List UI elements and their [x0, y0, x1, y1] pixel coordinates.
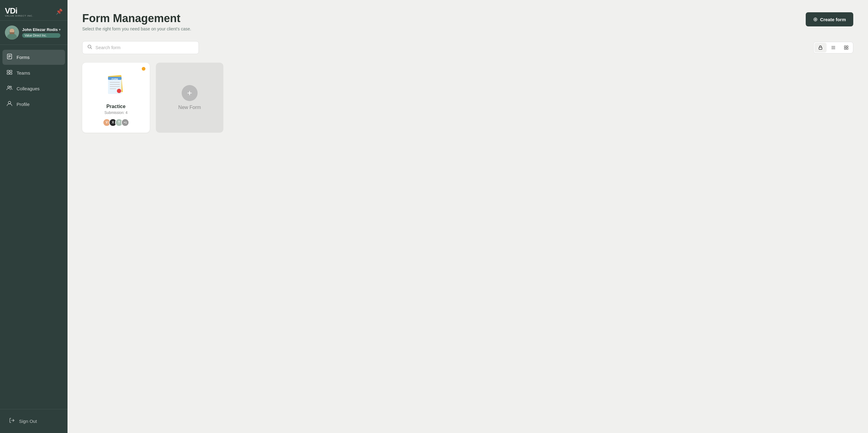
sidebar-item-label-profile: Profile — [17, 102, 30, 107]
avatar — [5, 26, 19, 39]
form-icon-wrapper: FORM — [105, 73, 127, 99]
create-form-button[interactable]: ⊕ Create form — [806, 12, 853, 26]
form-card-title: Practice — [106, 104, 125, 109]
svg-rect-18 — [819, 47, 822, 50]
search-icon — [88, 45, 92, 51]
sidebar-item-label-teams: Teams — [17, 70, 30, 76]
svg-text:FORM: FORM — [112, 78, 118, 80]
svg-rect-25 — [846, 48, 848, 50]
profile-icon — [6, 100, 13, 108]
svg-rect-24 — [844, 48, 846, 50]
svg-rect-23 — [846, 46, 848, 47]
sidebar-item-forms[interactable]: Forms — [2, 50, 65, 65]
sidebar-item-colleagues[interactable]: Colleagues — [2, 81, 65, 96]
colleagues-icon — [6, 85, 13, 92]
nav-section: Forms Teams Coll — [0, 45, 67, 409]
page-title-block: Form Management Select the right form yo… — [82, 12, 191, 31]
sidebar-item-label-forms: Forms — [17, 55, 30, 60]
search-input[interactable] — [95, 45, 194, 50]
view-toggle-lock[interactable] — [814, 43, 827, 53]
view-toggle-grid[interactable] — [840, 43, 852, 53]
sidebar-item-label-colleagues: Colleagues — [17, 86, 39, 91]
sidebar-item-profile[interactable]: Profile — [2, 97, 65, 112]
search-wrapper[interactable] — [82, 41, 199, 54]
sidebar-logo-area: VDi VALUE DIRECT INC. 📌 — [0, 0, 67, 21]
signout-label: Sign Out — [19, 418, 37, 424]
avatar-plus1: +1 — [121, 119, 129, 126]
svg-point-14 — [10, 86, 12, 88]
user-name: John Eliezar Rodis ▾ — [22, 27, 60, 32]
chevron-down-icon: ▾ — [59, 28, 60, 31]
svg-point-13 — [8, 86, 9, 88]
page-subtitle: Select the right form you need base on y… — [82, 26, 191, 31]
logo-sub: VALUE DIRECT INC. — [5, 15, 33, 17]
form-card-submission: Submission: 4 — [104, 111, 127, 115]
teams-icon — [6, 69, 13, 77]
svg-rect-11 — [7, 73, 9, 74]
cards-grid: FORM Practice Submission: 4 V X T +1 — [82, 63, 853, 133]
sidebar: VDi VALUE DIRECT INC. 📌 John Eliezar Rod… — [0, 0, 67, 433]
svg-rect-22 — [844, 46, 846, 47]
view-toggle-list[interactable] — [827, 43, 839, 53]
forms-icon — [6, 53, 13, 61]
user-section[interactable]: John Eliezar Rodis ▾ Value Direct Inc. — [0, 21, 67, 45]
svg-rect-9 — [7, 70, 9, 72]
sidebar-bottom: Sign Out — [0, 409, 67, 433]
view-toggles — [813, 42, 853, 53]
page-header: Form Management Select the right form yo… — [82, 12, 853, 31]
new-form-card[interactable]: + New Form — [156, 63, 223, 133]
create-form-plus-icon: ⊕ — [813, 16, 818, 23]
svg-point-15 — [8, 102, 11, 104]
page-title: Form Management — [82, 12, 191, 25]
signout-icon — [8, 417, 16, 425]
pin-icon[interactable]: 📌 — [56, 8, 63, 15]
company-badge: Value Direct Inc. — [22, 33, 60, 38]
svg-point-34 — [117, 89, 121, 93]
new-form-plus-icon: + — [182, 85, 197, 101]
svg-line-17 — [91, 48, 92, 49]
card-status-indicator — [142, 67, 146, 70]
user-name-text: John Eliezar Rodis — [22, 27, 58, 32]
new-form-label: New Form — [178, 105, 201, 110]
toolbar — [82, 41, 853, 54]
signout-button[interactable]: Sign Out — [5, 414, 63, 428]
logo-block: VDi VALUE DIRECT INC. — [5, 6, 33, 17]
svg-rect-10 — [10, 70, 12, 72]
main-content: Form Management Select the right form yo… — [67, 0, 868, 433]
form-card-practice[interactable]: FORM Practice Submission: 4 V X T +1 — [82, 63, 150, 133]
avatar-stack: V X T +1 — [103, 119, 129, 126]
sidebar-item-teams[interactable]: Teams — [2, 65, 65, 81]
svg-rect-12 — [10, 73, 12, 74]
user-info: John Eliezar Rodis ▾ Value Direct Inc. — [22, 27, 60, 38]
create-form-label: Create form — [820, 17, 846, 22]
svg-rect-4 — [9, 32, 14, 34]
